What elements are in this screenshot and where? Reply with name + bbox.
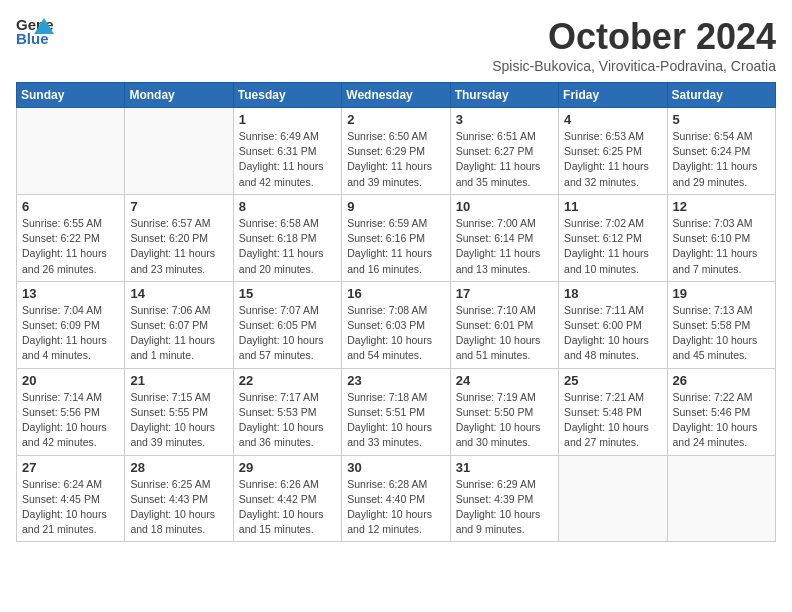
- day-cell: 10Sunrise: 7:00 AMSunset: 6:14 PMDayligh…: [450, 194, 558, 281]
- day-cell: 19Sunrise: 7:13 AMSunset: 5:58 PMDayligh…: [667, 281, 775, 368]
- day-number: 17: [456, 286, 553, 301]
- day-number: 20: [22, 373, 119, 388]
- day-info: Sunrise: 7:19 AMSunset: 5:50 PMDaylight:…: [456, 390, 553, 451]
- day-number: 24: [456, 373, 553, 388]
- weekday-header-row: SundayMondayTuesdayWednesdayThursdayFrid…: [17, 83, 776, 108]
- day-number: 18: [564, 286, 661, 301]
- day-cell: 8Sunrise: 6:58 AMSunset: 6:18 PMDaylight…: [233, 194, 341, 281]
- weekday-header-saturday: Saturday: [667, 83, 775, 108]
- day-cell: 5Sunrise: 6:54 AMSunset: 6:24 PMDaylight…: [667, 108, 775, 195]
- day-number: 3: [456, 112, 553, 127]
- day-number: 15: [239, 286, 336, 301]
- day-info: Sunrise: 6:53 AMSunset: 6:25 PMDaylight:…: [564, 129, 661, 190]
- day-info: Sunrise: 7:18 AMSunset: 5:51 PMDaylight:…: [347, 390, 444, 451]
- day-cell: 6Sunrise: 6:55 AMSunset: 6:22 PMDaylight…: [17, 194, 125, 281]
- day-info: Sunrise: 7:21 AMSunset: 5:48 PMDaylight:…: [564, 390, 661, 451]
- day-number: 8: [239, 199, 336, 214]
- day-info: Sunrise: 6:57 AMSunset: 6:20 PMDaylight:…: [130, 216, 227, 277]
- weekday-header-thursday: Thursday: [450, 83, 558, 108]
- day-cell: 30Sunrise: 6:28 AMSunset: 4:40 PMDayligh…: [342, 455, 450, 542]
- weekday-header-sunday: Sunday: [17, 83, 125, 108]
- day-number: 31: [456, 460, 553, 475]
- day-info: Sunrise: 7:11 AMSunset: 6:00 PMDaylight:…: [564, 303, 661, 364]
- day-info: Sunrise: 6:24 AMSunset: 4:45 PMDaylight:…: [22, 477, 119, 538]
- day-info: Sunrise: 7:03 AMSunset: 6:10 PMDaylight:…: [673, 216, 770, 277]
- day-info: Sunrise: 7:04 AMSunset: 6:09 PMDaylight:…: [22, 303, 119, 364]
- day-number: 27: [22, 460, 119, 475]
- title-area: October 2024 Spisic-Bukovica, Virovitica…: [492, 16, 776, 74]
- header: General Blue October 2024 Spisic-Bukovic…: [16, 16, 776, 74]
- day-cell: 20Sunrise: 7:14 AMSunset: 5:56 PMDayligh…: [17, 368, 125, 455]
- day-info: Sunrise: 6:55 AMSunset: 6:22 PMDaylight:…: [22, 216, 119, 277]
- day-cell: 16Sunrise: 7:08 AMSunset: 6:03 PMDayligh…: [342, 281, 450, 368]
- day-number: 11: [564, 199, 661, 214]
- day-number: 6: [22, 199, 119, 214]
- day-number: 9: [347, 199, 444, 214]
- day-info: Sunrise: 6:49 AMSunset: 6:31 PMDaylight:…: [239, 129, 336, 190]
- day-cell: 21Sunrise: 7:15 AMSunset: 5:55 PMDayligh…: [125, 368, 233, 455]
- day-number: 10: [456, 199, 553, 214]
- day-number: 4: [564, 112, 661, 127]
- day-cell: 14Sunrise: 7:06 AMSunset: 6:07 PMDayligh…: [125, 281, 233, 368]
- day-number: 23: [347, 373, 444, 388]
- day-info: Sunrise: 7:17 AMSunset: 5:53 PMDaylight:…: [239, 390, 336, 451]
- day-info: Sunrise: 7:14 AMSunset: 5:56 PMDaylight:…: [22, 390, 119, 451]
- day-info: Sunrise: 6:26 AMSunset: 4:42 PMDaylight:…: [239, 477, 336, 538]
- day-cell: 12Sunrise: 7:03 AMSunset: 6:10 PMDayligh…: [667, 194, 775, 281]
- day-info: Sunrise: 7:10 AMSunset: 6:01 PMDaylight:…: [456, 303, 553, 364]
- day-cell: 3Sunrise: 6:51 AMSunset: 6:27 PMDaylight…: [450, 108, 558, 195]
- day-number: 26: [673, 373, 770, 388]
- day-number: 16: [347, 286, 444, 301]
- day-cell: 24Sunrise: 7:19 AMSunset: 5:50 PMDayligh…: [450, 368, 558, 455]
- day-cell: 28Sunrise: 6:25 AMSunset: 4:43 PMDayligh…: [125, 455, 233, 542]
- day-number: 28: [130, 460, 227, 475]
- weekday-header-monday: Monday: [125, 83, 233, 108]
- week-row-1: 1Sunrise: 6:49 AMSunset: 6:31 PMDaylight…: [17, 108, 776, 195]
- weekday-header-friday: Friday: [559, 83, 667, 108]
- day-number: 22: [239, 373, 336, 388]
- day-info: Sunrise: 6:58 AMSunset: 6:18 PMDaylight:…: [239, 216, 336, 277]
- day-cell: [125, 108, 233, 195]
- day-number: 14: [130, 286, 227, 301]
- day-info: Sunrise: 7:07 AMSunset: 6:05 PMDaylight:…: [239, 303, 336, 364]
- day-cell: 9Sunrise: 6:59 AMSunset: 6:16 PMDaylight…: [342, 194, 450, 281]
- day-cell: 27Sunrise: 6:24 AMSunset: 4:45 PMDayligh…: [17, 455, 125, 542]
- day-number: 2: [347, 112, 444, 127]
- day-info: Sunrise: 6:28 AMSunset: 4:40 PMDaylight:…: [347, 477, 444, 538]
- day-number: 21: [130, 373, 227, 388]
- day-info: Sunrise: 7:02 AMSunset: 6:12 PMDaylight:…: [564, 216, 661, 277]
- day-number: 25: [564, 373, 661, 388]
- logo-icon: General Blue: [16, 16, 54, 46]
- day-cell: 7Sunrise: 6:57 AMSunset: 6:20 PMDaylight…: [125, 194, 233, 281]
- day-info: Sunrise: 6:54 AMSunset: 6:24 PMDaylight:…: [673, 129, 770, 190]
- day-number: 7: [130, 199, 227, 214]
- day-cell: 25Sunrise: 7:21 AMSunset: 5:48 PMDayligh…: [559, 368, 667, 455]
- calendar: SundayMondayTuesdayWednesdayThursdayFrid…: [16, 82, 776, 542]
- day-cell: 2Sunrise: 6:50 AMSunset: 6:29 PMDaylight…: [342, 108, 450, 195]
- day-info: Sunrise: 7:06 AMSunset: 6:07 PMDaylight:…: [130, 303, 227, 364]
- day-number: 29: [239, 460, 336, 475]
- weekday-header-tuesday: Tuesday: [233, 83, 341, 108]
- day-cell: 13Sunrise: 7:04 AMSunset: 6:09 PMDayligh…: [17, 281, 125, 368]
- day-info: Sunrise: 6:50 AMSunset: 6:29 PMDaylight:…: [347, 129, 444, 190]
- day-number: 12: [673, 199, 770, 214]
- day-cell: 1Sunrise: 6:49 AMSunset: 6:31 PMDaylight…: [233, 108, 341, 195]
- week-row-2: 6Sunrise: 6:55 AMSunset: 6:22 PMDaylight…: [17, 194, 776, 281]
- day-info: Sunrise: 6:29 AMSunset: 4:39 PMDaylight:…: [456, 477, 553, 538]
- week-row-5: 27Sunrise: 6:24 AMSunset: 4:45 PMDayligh…: [17, 455, 776, 542]
- day-info: Sunrise: 6:51 AMSunset: 6:27 PMDaylight:…: [456, 129, 553, 190]
- day-cell: 23Sunrise: 7:18 AMSunset: 5:51 PMDayligh…: [342, 368, 450, 455]
- week-row-3: 13Sunrise: 7:04 AMSunset: 6:09 PMDayligh…: [17, 281, 776, 368]
- day-info: Sunrise: 6:25 AMSunset: 4:43 PMDaylight:…: [130, 477, 227, 538]
- week-row-4: 20Sunrise: 7:14 AMSunset: 5:56 PMDayligh…: [17, 368, 776, 455]
- day-info: Sunrise: 7:13 AMSunset: 5:58 PMDaylight:…: [673, 303, 770, 364]
- month-title: October 2024: [492, 16, 776, 58]
- day-cell: 18Sunrise: 7:11 AMSunset: 6:00 PMDayligh…: [559, 281, 667, 368]
- day-number: 30: [347, 460, 444, 475]
- day-cell: 4Sunrise: 6:53 AMSunset: 6:25 PMDaylight…: [559, 108, 667, 195]
- day-info: Sunrise: 7:00 AMSunset: 6:14 PMDaylight:…: [456, 216, 553, 277]
- day-cell: [559, 455, 667, 542]
- day-cell: 15Sunrise: 7:07 AMSunset: 6:05 PMDayligh…: [233, 281, 341, 368]
- day-cell: [667, 455, 775, 542]
- day-number: 5: [673, 112, 770, 127]
